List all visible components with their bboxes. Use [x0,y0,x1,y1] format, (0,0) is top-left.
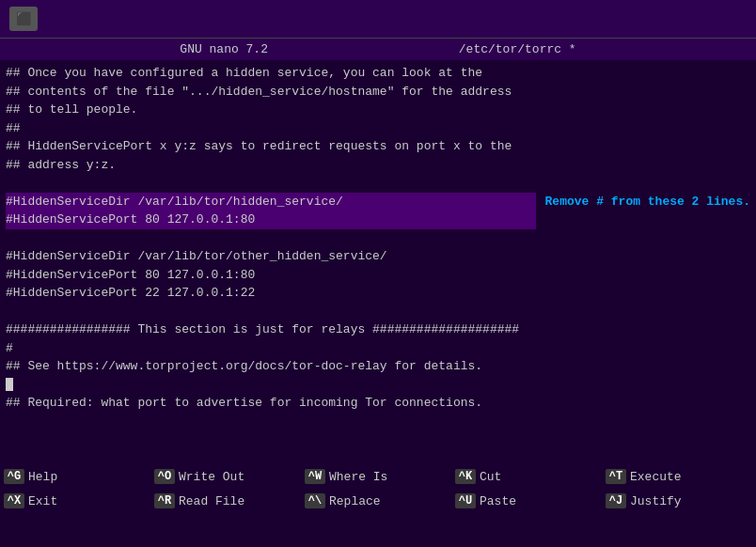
key-ctrl-k: ^K [455,469,476,484]
file-path: /etc/tor/torrc * [459,42,576,56]
label-where-is: Where Is [329,470,387,484]
shortcut-replace[interactable]: ^\ Replace [305,493,455,508]
shortcut-write-out[interactable]: ^O Write Out [154,469,305,484]
terminal-icon: ⬛ [9,7,38,31]
line-19: ## Required: what port to advertise for … [6,394,750,413]
highlighted-line-9: #HiddenServicePort 80 127.0.0.1:80 [6,211,536,229]
label-exit: Exit [28,494,57,508]
label-justify: Justify [630,494,682,508]
line-6: ## address y:z. [6,156,750,175]
highlighted-line-8: #HiddenServiceDir /var/lib/tor/hidden_se… [6,193,536,211]
shortcut-where-is[interactable]: ^W Where Is [305,469,455,484]
shortcut-execute[interactable]: ^T Execute [606,469,756,484]
label-help: Help [28,470,57,484]
bottom-bar: ^G Help ^O Write Out ^W Where Is ^K Cut … [0,464,756,513]
line-11: #HiddenServiceDir /var/lib/tor/other_hid… [6,247,750,266]
key-ctrl-x: ^X [4,493,24,508]
label-replace: Replace [329,494,381,508]
line-14 [6,303,750,321]
shortcut-row-2: ^X Exit ^R Read File ^\ Replace ^U Paste… [0,489,756,513]
shortcut-read-file[interactable]: ^R Read File [154,493,305,508]
label-read-file: Read File [179,494,244,508]
line-2: ## contents of the file ".../hidden_serv… [6,83,750,102]
annotation-text: Remove # from these 2 lines. [536,193,750,211]
line-18 [6,376,750,395]
nano-header: GNU nano 7.2 /etc/tor/torrc * [0,38,756,60]
key-ctrl-u: ^U [455,493,476,508]
key-ctrl-g: ^G [4,469,24,484]
highlighted-section: #HiddenServiceDir /var/lib/tor/hidden_se… [6,193,750,229]
editor-area[interactable]: ## Once you have configured a hidden ser… [0,60,756,464]
line-17: ## See https://www.torproject.org/docs/t… [6,357,750,376]
line-16: # [6,339,750,358]
key-ctrl-j: ^J [606,493,626,508]
key-ctrl-w: ^W [305,469,325,484]
key-ctrl-o: ^O [154,469,175,484]
shortcut-paste[interactable]: ^U Paste [455,493,606,508]
line-13: #HiddenServicePort 22 127.0.0.1:22 [6,284,750,303]
line-3: ## to tell people. [6,101,750,119]
shortcut-help[interactable]: ^G Help [4,469,154,484]
label-paste: Paste [480,494,516,508]
line-5: ## HiddenServicePort x y:z says to redir… [6,137,750,156]
label-execute: Execute [630,470,682,484]
title-bar: ⬛ [0,0,756,38]
nano-version: GNU nano 7.2 [180,42,268,56]
shortcut-justify[interactable]: ^J Justify [606,493,756,508]
line-15: ################# This section is just f… [6,320,750,339]
line-1: ## Once you have configured a hidden ser… [6,64,750,83]
line-7 [6,174,750,193]
key-ctrl-t: ^T [606,469,626,484]
shortcut-cut[interactable]: ^K Cut [455,469,606,484]
line-4: ## [6,119,750,138]
key-ctrl-backslash: ^\ [305,493,325,508]
shortcut-row-1: ^G Help ^O Write Out ^W Where Is ^K Cut … [0,464,756,489]
label-cut: Cut [480,470,501,484]
label-write-out: Write Out [179,470,244,484]
line-12: #HiddenServicePort 80 127.0.0.1:80 [6,266,750,285]
shortcut-exit[interactable]: ^X Exit [4,493,154,508]
key-ctrl-r: ^R [154,493,175,508]
line-10 [6,229,750,248]
